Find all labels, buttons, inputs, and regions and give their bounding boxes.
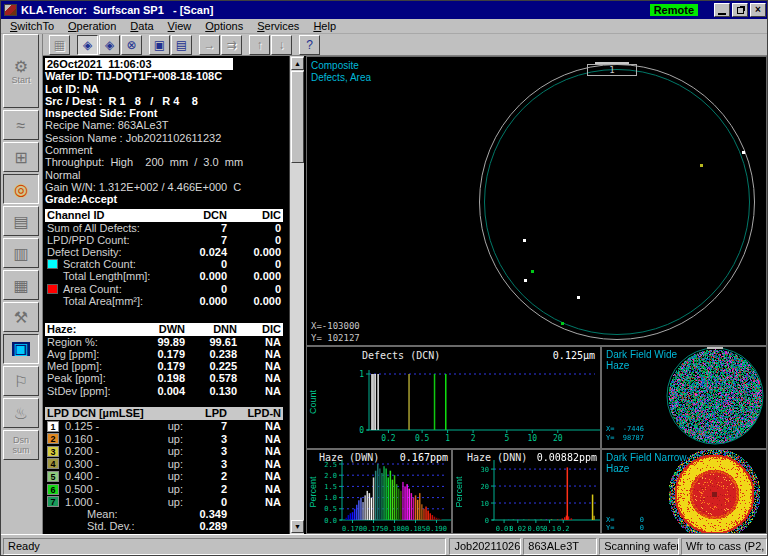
menu-item-data[interactable]: Data: [123, 20, 160, 32]
column-header: DWN: [133, 323, 185, 336]
save-button[interactable]: ▣: [149, 35, 170, 55]
scroll-up-icon[interactable]: ▲: [291, 57, 304, 70]
haze-value: NA: [237, 348, 281, 360]
cassette-output-icon: ▥: [13, 245, 28, 262]
dfn-label-line2: Haze: [606, 463, 629, 474]
scan-abort-button[interactable]: ⊗: [121, 35, 142, 55]
column-header: Haze:: [47, 323, 133, 336]
menu-item-options[interactable]: Options: [198, 20, 250, 32]
robot-button[interactable]: ⚒: [3, 302, 39, 332]
haze-value: 0.004: [133, 385, 185, 397]
wafer-scan-icon: ◎: [14, 181, 28, 198]
svg-text:1.0: 1.0: [324, 494, 337, 502]
row-label: StDev [ppm]:: [47, 385, 133, 397]
dic-value: 0.000: [227, 295, 281, 307]
dsn-sum-button[interactable]: Dsn sum: [3, 430, 39, 460]
cursor-y-coord: Y= 102127: [311, 333, 360, 343]
lpd-table: 10.125 -up:7NA20.160 -up:3NA30.200 -up:3…: [45, 420, 289, 533]
svg-text:10: 10: [527, 434, 537, 443]
cassette-input-icon: ▤: [13, 213, 28, 230]
dfn-label-line1: Dark Field Narrow: [606, 452, 687, 463]
layout-button[interactable]: ⊞: [3, 142, 39, 172]
menu-item-operation[interactable]: Operation: [61, 20, 123, 32]
status-job: Job20211026': [449, 538, 521, 555]
start-button[interactable]: ⚙Start: [3, 34, 39, 108]
svg-text:0.2: 0.2: [557, 525, 570, 533]
info-scrollbar[interactable]: ▲ ▼: [289, 56, 304, 534]
bin-color-swatch: 7: [47, 496, 59, 507]
main-toolbar: ▦◈◈⊗▣▤→⇉↑↓?: [43, 34, 768, 56]
scrollbar-thumb[interactable]: [291, 71, 304, 163]
scan-lot-button[interactable]: ◈: [99, 35, 120, 55]
info-line-10: Gain W/N: 1.312E+002 / 4.466E+000 C: [45, 181, 289, 193]
map-label-line1: Composite: [311, 60, 359, 71]
sensor-button[interactable]: ♨: [3, 398, 39, 428]
svg-text:Percent: Percent: [454, 476, 464, 508]
svg-text:0.190: 0.190: [426, 525, 447, 533]
svg-text:2.0: 2.0: [324, 472, 337, 480]
fast-forward-button[interactable]: ⇉: [221, 35, 242, 55]
handler-button[interactable]: ⚐: [3, 366, 39, 396]
trend-button[interactable]: ≈: [3, 110, 39, 140]
cassette-input-button[interactable]: ▤: [3, 206, 39, 236]
dic-value: 0: [227, 222, 281, 234]
dcn-histogram: 010.20.51251020Count: [307, 347, 601, 449]
scan-wafer-button[interactable]: ◈: [77, 35, 98, 55]
help-button[interactable]: ?: [299, 35, 320, 55]
row-label: Region %:: [47, 336, 133, 348]
svg-text:0.180: 0.180: [384, 525, 405, 533]
monitor-button[interactable]: ▣: [3, 334, 39, 364]
lpdn-count: NA: [227, 483, 281, 495]
bin-color-swatch: 6: [47, 484, 59, 495]
table-row: Area Count:00: [45, 283, 283, 295]
info-line-2: Lot ID: NA: [45, 83, 289, 95]
column-header: DNN: [185, 323, 237, 336]
svg-text:0.185: 0.185: [405, 525, 426, 533]
column-header: LPD DCN [µmLSE]: [47, 407, 183, 420]
svg-text:20: 20: [481, 483, 489, 491]
row-label: LPD/PPD Count:: [47, 234, 175, 246]
scroll-down-icon[interactable]: ▼: [291, 520, 304, 533]
down-button[interactable]: ↓: [271, 35, 292, 55]
restore-button[interactable]: [732, 3, 748, 17]
close-button[interactable]: ×: [750, 3, 766, 17]
info-line-8: Throughput: High 200 mm / 3.0 mm: [45, 156, 289, 168]
monitor-icon: ▣: [12, 342, 29, 356]
legend-swatch: [47, 259, 58, 269]
status-message: Ready: [3, 538, 446, 555]
up-button[interactable]: ↑: [249, 35, 270, 55]
restore-icon: [737, 7, 744, 14]
haze-value: NA: [237, 360, 281, 372]
defect-dot: [531, 270, 534, 273]
menu-item-help[interactable]: Help: [306, 20, 343, 32]
bin-up-label: up:: [127, 470, 183, 482]
bin-color-swatch: 4: [47, 458, 59, 469]
wafer-scan-button[interactable]: ◎: [3, 174, 39, 204]
left-toolbar: ⚙Start≈⊞◎▤▥▦⚒▣⚐♨Dsn sum: [1, 34, 43, 534]
robot-icon: ⚒: [14, 309, 28, 326]
printer-button[interactable]: ▦: [3, 270, 39, 300]
row-label: Defect Density:: [47, 246, 175, 258]
menu-item-services[interactable]: Services: [250, 20, 306, 32]
dcn-value: 7: [175, 222, 227, 234]
print-button[interactable]: ▤: [171, 35, 192, 55]
legend-swatch: [47, 284, 58, 294]
dark-field-narrow-panel: Dark Field Narrow Haze X= 0 Y= 0: [601, 449, 767, 534]
lpd-count: 2: [183, 470, 227, 482]
menu-item-switchto[interactable]: SwitchTo: [3, 20, 61, 32]
dnn-histogram: 01020300.010.020.050.10.2Percent: [453, 450, 601, 534]
haze-value: NA: [237, 372, 281, 384]
minimize-button[interactable]: [714, 3, 730, 17]
menu-item-view[interactable]: View: [161, 20, 199, 32]
haze-value: 0.238: [185, 348, 237, 360]
cassette-output-button[interactable]: ▥: [3, 238, 39, 268]
std-dev-value: 0.289: [183, 520, 227, 532]
button-label: Start: [11, 75, 30, 85]
svg-text:1.5: 1.5: [324, 483, 337, 491]
next-button[interactable]: →: [199, 35, 220, 55]
new-button[interactable]: ▦: [49, 35, 70, 55]
svg-text:0.5: 0.5: [415, 434, 430, 443]
app-icon[interactable]: [4, 4, 17, 16]
window-title: KLA-Tencor: Surfscan SP1 - [Scan]: [21, 4, 650, 16]
wafer-map-panel[interactable]: Composite Defects, Area 1 X=-103000 Y= 1…: [306, 56, 767, 346]
